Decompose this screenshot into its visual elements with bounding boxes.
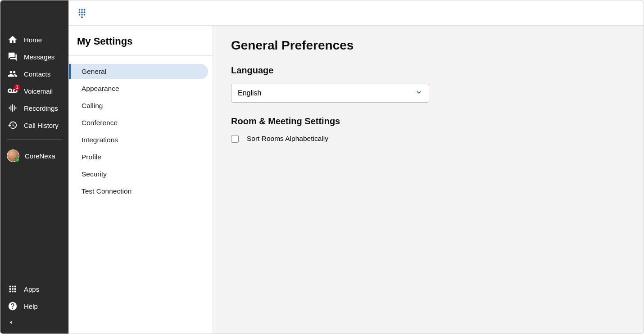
- language-select[interactable]: English: [231, 84, 429, 103]
- panel-title: General Preferences: [231, 38, 626, 53]
- settings-sidebar: My Settings General Appearance Calling C…: [69, 26, 213, 334]
- nav-item-contacts[interactable]: Contacts: [0, 65, 68, 82]
- help-icon: [8, 301, 18, 311]
- settings-item-test-connection[interactable]: Test Connection: [69, 184, 208, 199]
- user-name: CoreNexa: [25, 152, 55, 160]
- language-value: English: [238, 89, 261, 97]
- nav-item-help[interactable]: Help: [0, 298, 68, 315]
- svg-point-4: [81, 11, 83, 13]
- avatar: [7, 149, 19, 162]
- recordings-icon: [8, 103, 18, 113]
- settings-item-general[interactable]: General: [69, 64, 208, 79]
- svg-point-7: [81, 14, 83, 15]
- settings-title: My Settings: [69, 26, 213, 56]
- top-bar: [69, 0, 644, 26]
- collapse-sidebar-button[interactable]: [0, 315, 68, 334]
- nav-label: Help: [24, 302, 38, 310]
- settings-item-conference[interactable]: Conference: [69, 115, 208, 131]
- svg-point-8: [84, 14, 86, 15]
- user-profile-item[interactable]: CoreNexa: [0, 145, 68, 167]
- nav-item-home[interactable]: Home: [0, 31, 68, 48]
- voicemail-badge: 1: [14, 84, 20, 90]
- nav-label: Recordings: [24, 104, 58, 112]
- dialpad-icon[interactable]: [77, 8, 87, 18]
- svg-point-9: [81, 16, 83, 18]
- settings-item-calling[interactable]: Calling: [69, 98, 208, 113]
- settings-item-appearance[interactable]: Appearance: [69, 81, 208, 96]
- call-history-icon: [8, 120, 18, 130]
- nav-item-recordings[interactable]: Recordings: [0, 99, 68, 117]
- nav-label: Home: [24, 36, 42, 44]
- settings-item-security[interactable]: Security: [69, 167, 208, 182]
- home-icon: [8, 35, 18, 45]
- svg-point-3: [79, 11, 81, 13]
- room-section-label: Room & Meeting Settings: [231, 116, 626, 126]
- sort-rooms-checkbox[interactable]: [231, 135, 239, 143]
- nav-label: Messages: [24, 53, 54, 61]
- nav-item-messages[interactable]: Messages: [0, 48, 68, 65]
- settings-panel: General Preferences Language English Roo…: [213, 26, 644, 334]
- nav-label: Contacts: [24, 70, 50, 78]
- settings-item-integrations[interactable]: Integrations: [69, 132, 208, 148]
- nav-item-voicemail[interactable]: 1 Voicemail: [0, 82, 68, 99]
- nav-label: Apps: [24, 285, 39, 293]
- chevron-down-icon: [415, 89, 422, 98]
- language-section-label: Language: [231, 65, 626, 76]
- settings-item-profile[interactable]: Profile: [69, 149, 208, 165]
- messages-icon: [8, 52, 18, 62]
- left-sidebar: Home Messages Contacts 1 Voicemail: [0, 0, 68, 334]
- svg-point-2: [84, 9, 86, 10]
- nav-divider: [7, 139, 62, 140]
- svg-point-1: [81, 9, 83, 10]
- svg-point-6: [79, 14, 81, 15]
- voicemail-icon: 1: [8, 86, 18, 96]
- nav-item-apps[interactable]: Apps: [0, 280, 68, 298]
- sort-rooms-label: Sort Rooms Alphabetically: [247, 135, 328, 143]
- svg-point-5: [84, 11, 86, 13]
- presence-indicator: [15, 158, 19, 162]
- nav-item-call-history[interactable]: Call History: [0, 117, 68, 134]
- nav-label: Voicemail: [24, 87, 53, 95]
- apps-icon: [8, 284, 18, 294]
- svg-point-0: [79, 9, 81, 10]
- nav-label: Call History: [24, 122, 59, 129]
- contacts-icon: [8, 69, 18, 79]
